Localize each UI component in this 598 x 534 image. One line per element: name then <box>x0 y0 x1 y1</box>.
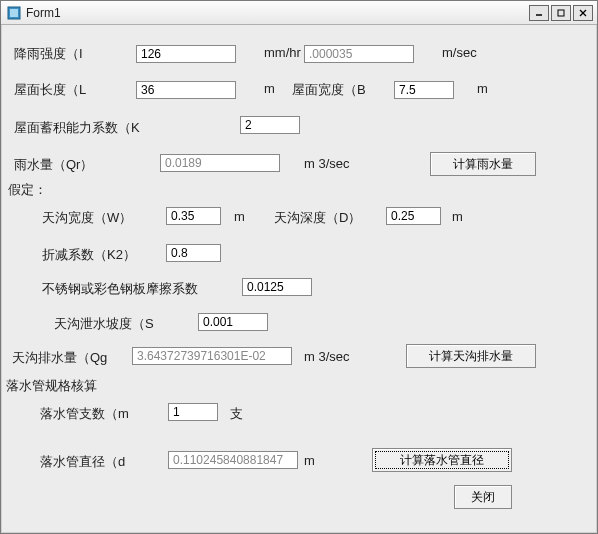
calc-gutter-button[interactable]: 计算天沟排水量 <box>406 344 536 368</box>
calc-pipe-button[interactable]: 计算落水管直径 <box>372 448 512 472</box>
close-form-button[interactable]: 关闭 <box>454 485 512 509</box>
pipe-diameter-input[interactable] <box>168 451 298 469</box>
slope-input[interactable] <box>198 313 268 331</box>
svg-rect-3 <box>558 10 564 16</box>
roof-width-input[interactable] <box>394 81 454 99</box>
gutter-depth-input[interactable] <box>386 207 441 225</box>
gutter-depth-label: 天沟深度（D） <box>274 209 361 227</box>
m3sec-1: m 3/sec <box>304 156 350 171</box>
m3sec-2: m 3/sec <box>304 349 350 364</box>
gutter-drain-label: 天沟排水量（Qg <box>12 349 107 367</box>
rain-intensity-input[interactable] <box>136 45 236 63</box>
pipe-spec-label: 落水管规格核算 <box>6 377 97 395</box>
gutter-drain-input[interactable] <box>132 347 292 365</box>
gutter-width-input[interactable] <box>166 207 221 225</box>
friction-coef-input[interactable] <box>242 278 312 296</box>
m-unit-3: m <box>234 209 245 224</box>
reduce-coef-label: 折减系数（K2） <box>42 246 136 264</box>
client-area: 降雨强度（I mm/hr m/sec 屋面长度（L m 屋面宽度（B m 屋面蓄… <box>1 25 597 533</box>
minimize-button[interactable] <box>529 5 549 21</box>
pipe-count-unit: 支 <box>230 405 243 423</box>
main-window: Form1 降雨强度（I mm/hr m/sec 屋面长度（L m 屋面宽度（B… <box>0 0 598 534</box>
window-controls <box>527 5 593 21</box>
m-unit-2: m <box>477 81 488 96</box>
maximize-button[interactable] <box>551 5 571 21</box>
rain-volume-label: 雨水量（Qr） <box>14 156 93 174</box>
friction-coef-label: 不锈钢或彩色钢板摩擦系数 <box>42 280 198 298</box>
roof-length-label: 屋面长度（L <box>14 81 86 99</box>
pipe-count-label: 落水管支数（m <box>40 405 129 423</box>
m-sec-label: m/sec <box>442 45 477 60</box>
mm-hr-label: mm/hr <box>264 45 301 60</box>
assume-label: 假定： <box>8 181 47 199</box>
storage-coef-input[interactable] <box>240 116 300 134</box>
pipe-diameter-label: 落水管直径（d <box>40 453 125 471</box>
titlebar: Form1 <box>1 1 597 25</box>
rain-intensity-label: 降雨强度（I <box>14 45 83 63</box>
reduce-coef-input[interactable] <box>166 244 221 262</box>
roof-width-label: 屋面宽度（B <box>292 81 366 99</box>
m-unit-4: m <box>452 209 463 224</box>
calc-rain-button[interactable]: 计算雨水量 <box>430 152 536 176</box>
app-icon <box>7 6 21 20</box>
svg-rect-1 <box>10 9 18 17</box>
m-unit-1: m <box>264 81 275 96</box>
rain-intensity-ms-input[interactable] <box>304 45 414 63</box>
roof-length-input[interactable] <box>136 81 236 99</box>
pipe-count-input[interactable] <box>168 403 218 421</box>
storage-coef-label: 屋面蓄积能力系数（K <box>14 119 140 137</box>
rain-volume-input[interactable] <box>160 154 280 172</box>
window-title: Form1 <box>26 6 527 20</box>
slope-label: 天沟泄水坡度（S <box>54 315 154 333</box>
m-unit-5: m <box>304 453 315 468</box>
close-button[interactable] <box>573 5 593 21</box>
gutter-width-label: 天沟宽度（W） <box>42 209 132 227</box>
